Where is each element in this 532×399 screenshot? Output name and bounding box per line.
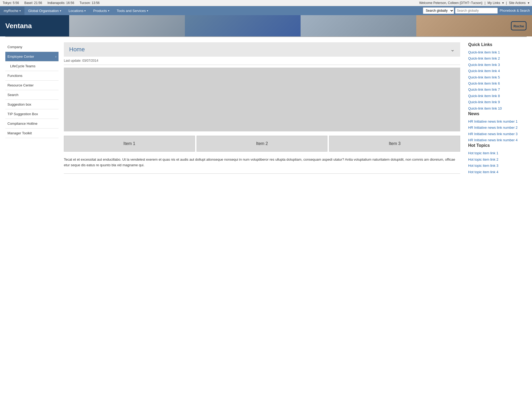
hot-topic-link-3[interactable]: Hot topic item link 3 <box>468 163 527 169</box>
right-panel: Quick Links Quick-link item link 1 Quick… <box>468 42 527 176</box>
nav-bar: myRoche ▾ Global Organisation ▾ Location… <box>0 6 532 15</box>
last-update: Last update: 03/07/2014 <box>64 57 460 65</box>
quick-link-6[interactable]: Quick-link item link 6 <box>468 80 527 86</box>
home-title: Home <box>69 46 85 53</box>
clock-area: Tokyo: 5:56 Basel: 21:56 Indianapolis: 1… <box>3 1 100 5</box>
hot-topic-link-2[interactable]: Hot topic item link 2 <box>468 156 527 163</box>
nav-arrow-products: ▾ <box>108 9 109 12</box>
clock-tucson: Tucson: 13:56 <box>80 1 100 5</box>
news-section: News HR Initiative news link number 1 HR… <box>468 111 527 143</box>
sidebar-item-lifecycle-teams[interactable]: LifeCycle Teams <box>5 61 59 71</box>
separator: | <box>485 1 485 5</box>
nav-item-products[interactable]: Products ▾ <box>89 7 113 15</box>
nav-arrow-global-org: ▾ <box>60 9 61 12</box>
quick-link-7[interactable]: Quick-link item link 7 <box>468 86 527 93</box>
items-row: Item 1 Item 2 Item 3 <box>64 136 460 152</box>
item-box-1[interactable]: Item 1 <box>64 136 195 152</box>
nav-arrow-tools: ▾ <box>147 9 148 12</box>
sidebar-label-search: Search <box>7 93 18 97</box>
hot-topic-link-1[interactable]: Hot topic item link 1 <box>468 150 527 156</box>
quick-link-10[interactable]: Quick-link item link 10 <box>468 105 527 111</box>
news-link-2[interactable]: HR Initiative news link number 2 <box>468 124 527 131</box>
sidebar-item-resource-center[interactable]: Resource Center <box>5 81 59 90</box>
site-actions-link[interactable]: Site Actions <box>509 1 526 5</box>
hot-topics-title: Hot Topics <box>468 143 527 148</box>
search-input[interactable] <box>455 8 498 14</box>
sidebar-item-tip-suggestion-box[interactable]: TIP Suggestion Box <box>5 109 59 119</box>
item-box-3[interactable]: Item 3 <box>329 136 460 152</box>
item-box-2[interactable]: Item 2 <box>197 136 328 152</box>
sidebar: Company Employee Center › LifeCycle Team… <box>5 42 59 176</box>
quick-link-4[interactable]: Quick-link item link 4 <box>468 68 527 74</box>
quick-links-section: Quick Links Quick-link item link 1 Quick… <box>468 42 527 111</box>
separator2: | <box>506 1 507 5</box>
banner-image-3 <box>301 15 416 36</box>
sidebar-item-employee-center[interactable]: Employee Center › <box>5 52 59 61</box>
banner-image-1 <box>69 15 185 36</box>
quick-link-3[interactable]: Quick-link item link 3 <box>468 62 527 68</box>
news-link-4[interactable]: HR Initiative news link number 4 <box>468 137 527 143</box>
svg-text:Roche: Roche <box>513 24 524 28</box>
banner: Ventana Roche <box>0 15 532 36</box>
sidebar-label-tip-suggestion-box: TIP Suggestion Box <box>7 112 38 116</box>
sidebar-label-resource-center: Resource Center <box>7 83 34 87</box>
nav-item-locations[interactable]: Locations ▾ <box>65 7 90 15</box>
sidebar-label-lifecycle-teams: LifeCycle Teams <box>10 64 35 68</box>
quick-link-9[interactable]: Quick-link item link 9 <box>468 99 527 105</box>
nav-search-area: Search globally Search this site Phonebo… <box>423 7 532 14</box>
nav-item-global-org[interactable]: Global Organisation ▾ <box>24 7 65 15</box>
chevron-down-icon[interactable]: ⌄ <box>450 46 455 53</box>
quick-link-8[interactable]: Quick-link item link 8 <box>468 93 527 99</box>
top-bar: Tokyo: 5:56 Basel: 21:56 Indianapolis: 1… <box>0 0 532 6</box>
news-title: News <box>468 111 527 116</box>
content-image <box>64 68 460 131</box>
banner-title: Ventana <box>0 15 69 36</box>
nav-label-products: Products <box>93 9 107 13</box>
nav-label-global-org: Global Organisation <box>28 9 59 13</box>
sidebar-item-suggestion-box[interactable]: Suggestion box <box>5 100 59 109</box>
quick-link-2[interactable]: Quick-link item link 2 <box>468 55 527 61</box>
sidebar-item-compliance-hotline[interactable]: Compliance Hotline <box>5 119 59 128</box>
my-links-arrow: ▾ <box>502 1 504 5</box>
sidebar-label-functions: Functions <box>7 74 22 78</box>
home-header: Home ⌄ <box>64 42 460 57</box>
quick-link-5[interactable]: Quick-link item link 5 <box>468 74 527 80</box>
hot-topics-section: Hot Topics Hot topic item link 1 Hot top… <box>468 143 527 175</box>
sidebar-item-company[interactable]: Company <box>5 42 59 52</box>
nav-item-tools[interactable]: Tools and Services ▾ <box>113 7 152 15</box>
top-bar-right: Welcome Peterson, Colleen {DTHT~Tucson} … <box>419 1 529 5</box>
content-area: Home ⌄ Last update: 03/07/2014 Item 1 It… <box>64 42 460 176</box>
my-links-link[interactable]: My Links <box>488 1 500 5</box>
news-link-3[interactable]: HR Initiative news link number 3 <box>468 131 527 137</box>
hot-topic-link-4[interactable]: Hot topic item link 4 <box>468 169 527 175</box>
sidebar-label-company: Company <box>7 45 22 49</box>
sidebar-label-compliance-hotline: Compliance Hotline <box>7 122 38 126</box>
phonebook-search-label[interactable]: Phonebook & Search <box>500 9 530 13</box>
nav-label-myroche: myRoche <box>4 9 18 13</box>
nav-label-locations: Locations <box>69 9 84 13</box>
sidebar-item-search[interactable]: Search <box>5 90 59 100</box>
description-text: Tecat et et excessitat aut enducillabo. … <box>64 157 460 168</box>
site-actions-arrow: ▾ <box>528 1 529 5</box>
nav-arrow-locations: ▾ <box>84 9 86 12</box>
main-layout: Company Employee Center › LifeCycle Team… <box>0 37 532 176</box>
news-link-1[interactable]: HR Initiative news link number 1 <box>468 118 527 124</box>
sidebar-label-suggestion-box: Suggestion box <box>7 102 31 106</box>
quick-links-title: Quick Links <box>468 42 527 47</box>
item-label-3: Item 3 <box>389 141 400 146</box>
clock-indianapolis: Indianapolis: 16:56 <box>47 1 74 5</box>
chevron-right-icon: › <box>55 55 56 59</box>
welcome-text: Welcome Peterson, Colleen {DTHT~Tucson} <box>419 1 483 5</box>
item-label-1: Item 1 <box>123 141 135 146</box>
sidebar-item-manager-toolkit[interactable]: Manager Toolkit <box>5 128 59 138</box>
sidebar-label-manager-toolkit: Manager Toolkit <box>7 131 32 135</box>
item-label-2: Item 2 <box>256 141 268 146</box>
search-scope-select[interactable]: Search globally Search this site <box>423 7 454 14</box>
clock-basel: Basel: 21:56 <box>24 1 42 5</box>
nav-label-tools: Tools and Services <box>117 9 146 13</box>
banner-image-2 <box>185 15 301 36</box>
quick-link-1[interactable]: Quick-link item link 1 <box>468 49 527 55</box>
banner-images <box>69 15 532 36</box>
sidebar-item-functions[interactable]: Functions <box>5 71 59 81</box>
nav-item-myroche[interactable]: myRoche ▾ <box>0 7 24 15</box>
